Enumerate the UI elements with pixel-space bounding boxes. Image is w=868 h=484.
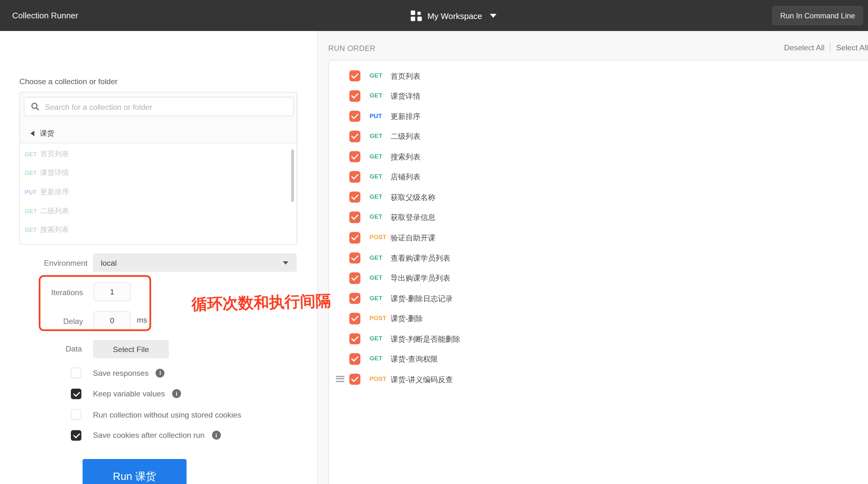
run-order-row: POST 验证自助开课	[329, 228, 868, 248]
method-badge: GET	[369, 132, 382, 139]
chevron-down-icon	[490, 13, 497, 18]
choose-collection-heading: Choose a collection or folder	[19, 77, 118, 86]
request-name: 搜索列表	[391, 152, 421, 162]
method-badge: GET	[25, 170, 40, 176]
method-badge: PUT	[369, 112, 382, 119]
request-name: 课货-判断是否能删除	[391, 334, 461, 344]
collection-picker: 课货 GET 首页列表 GET 课货详情 PUT 更新排序 GET 二级列表 G…	[19, 92, 297, 245]
run-order-row: GET 课货详情	[329, 86, 868, 106]
request-checkbox[interactable]	[349, 111, 360, 122]
option-label: Save cookies after collection run	[93, 431, 205, 440]
scrollbar-thumb[interactable]	[291, 150, 294, 202]
request-checkbox[interactable]	[349, 212, 360, 223]
method-badge: GET	[369, 193, 382, 200]
request-name: 课货-讲义编码反查	[391, 375, 453, 385]
request-checkbox[interactable]	[349, 313, 360, 324]
request-checkbox[interactable]	[349, 171, 360, 183]
option-label: Keep variable values	[93, 389, 165, 398]
list-item[interactable]: GET 课货详情	[20, 163, 297, 183]
method-badge: GET	[369, 274, 382, 281]
run-order-row: GET 查看购课学员列表	[329, 248, 868, 268]
info-icon[interactable]: i	[172, 389, 181, 398]
request-checkbox[interactable]	[349, 151, 360, 162]
method-badge: GET	[25, 226, 40, 233]
request-name: 获取登录信息	[391, 213, 436, 223]
method-badge: POST	[369, 234, 386, 240]
request-name: 课货详情	[391, 91, 421, 101]
request-name: 店铺列表	[391, 173, 421, 183]
run-options: Save responses i Keep variable values i …	[71, 363, 241, 446]
request-checkbox[interactable]	[349, 373, 360, 385]
option-checkbox[interactable]	[71, 368, 81, 378]
request-name: 搜索列表	[40, 225, 69, 235]
run-in-command-line-button[interactable]: Run In Command Line	[772, 6, 863, 25]
method-badge: GET	[369, 153, 382, 159]
request-checkbox[interactable]	[349, 131, 360, 142]
data-label: Data	[0, 344, 82, 353]
list-item[interactable]: GET 首页列表	[20, 145, 297, 163]
request-name: 首页列表	[391, 71, 421, 81]
option-checkbox[interactable]	[71, 409, 81, 420]
request-name: 课货-删除日志记录	[391, 294, 453, 304]
request-checkbox[interactable]	[349, 293, 360, 304]
list-item[interactable]: GET 搜索列表	[20, 220, 297, 239]
back-arrow-icon	[30, 130, 34, 136]
request-checkbox[interactable]	[349, 252, 360, 264]
request-checkbox[interactable]	[349, 333, 360, 344]
run-order-row: GET 导出购课学员列表	[329, 268, 868, 288]
collection-request-list: GET 首页列表 GET 课货详情 PUT 更新排序 GET 二级列表 GET …	[20, 143, 297, 245]
drag-handle-icon[interactable]	[336, 376, 344, 384]
request-name: 首页列表	[40, 149, 69, 159]
search-input[interactable]	[45, 102, 293, 111]
breadcrumb[interactable]: 课货	[20, 123, 297, 143]
run-order-row: GET 店铺列表	[329, 167, 868, 187]
method-badge: GET	[369, 294, 382, 301]
workspace-switcher[interactable]: My Workspace	[411, 0, 497, 31]
request-name: 课货-查询权限	[391, 355, 438, 365]
method-badge: GET	[369, 254, 382, 260]
list-item[interactable]: GET 二级列表	[20, 202, 297, 220]
request-name: 更新排序	[40, 187, 69, 197]
method-badge: GET	[369, 355, 382, 362]
select-file-button[interactable]: Select File	[93, 340, 169, 358]
method-badge: POST	[369, 314, 386, 321]
info-icon[interactable]: i	[156, 368, 164, 377]
method-badge: GET	[369, 335, 382, 341]
list-item[interactable]: GET 店铺列表	[20, 239, 297, 245]
deselect-all-link[interactable]: Deselect All	[784, 43, 824, 52]
delay-label: Delay	[0, 317, 83, 326]
request-checkbox[interactable]	[349, 70, 360, 81]
run-order-row: GET 课货-判断是否能删除	[329, 329, 868, 349]
request-checkbox[interactable]	[349, 191, 360, 203]
divider	[830, 43, 831, 52]
run-order-row: GET 二级列表	[329, 126, 868, 147]
option-label: Save responses	[93, 368, 149, 377]
delay-input[interactable]	[94, 311, 131, 330]
topbar: Collection Runner My Workspace Run In Co…	[0, 0, 868, 31]
info-icon[interactable]: i	[212, 431, 220, 440]
run-order-row: GET 首页列表	[329, 65, 868, 86]
run-order-row: PUT 更新排序	[329, 106, 868, 126]
iterations-input[interactable]	[94, 282, 131, 301]
request-checkbox[interactable]	[349, 90, 360, 101]
list-item[interactable]: PUT 更新排序	[20, 183, 297, 202]
request-name: 课货详情	[40, 168, 69, 178]
option-checkbox[interactable]	[71, 389, 81, 399]
request-checkbox[interactable]	[349, 272, 360, 284]
request-name: 二级列表	[40, 206, 69, 216]
run-order-row: GET 课货-查询权限	[329, 349, 868, 369]
select-all-link[interactable]: Select All	[836, 43, 868, 52]
run-order-row: GET 获取登录信息	[329, 207, 868, 228]
page-title: Collection Runner	[12, 0, 79, 31]
run-collection-button[interactable]: Run 课货	[83, 459, 187, 484]
run-order-row: GET 获取父级名称	[329, 187, 868, 207]
run-order-heading: RUN ORDER	[328, 44, 375, 53]
request-name: 获取父级名称	[391, 193, 436, 203]
option-row: Keep variable values i	[71, 384, 241, 404]
request-checkbox[interactable]	[349, 232, 360, 243]
method-badge: GET	[369, 92, 382, 99]
run-order-list: GET 首页列表 GET 课货详情 PUT 更新排序 GET 二级列表 GET …	[328, 59, 868, 484]
environment-select[interactable]: local	[93, 254, 297, 272]
option-checkbox[interactable]	[71, 430, 81, 440]
request-checkbox[interactable]	[349, 353, 360, 365]
